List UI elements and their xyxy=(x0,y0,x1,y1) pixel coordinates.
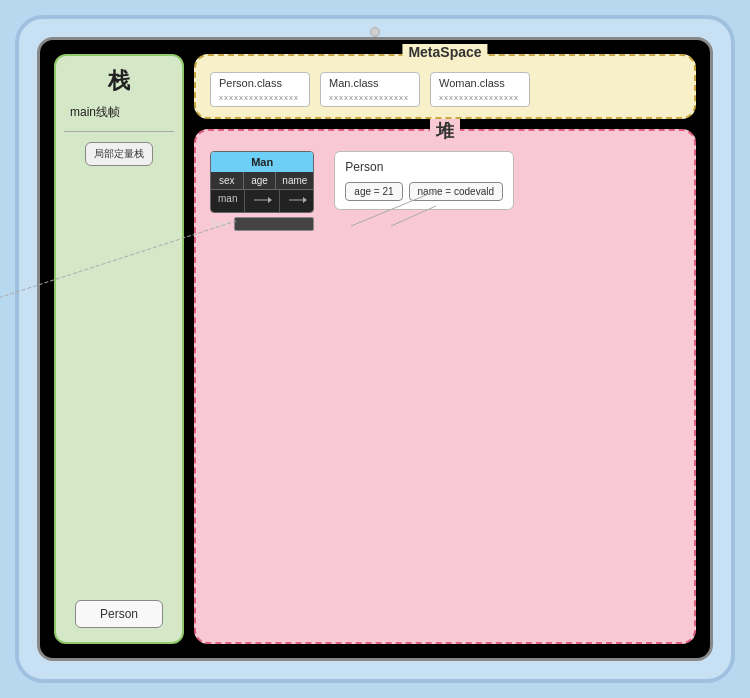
metaspace-content: Person.class xxxxxxxxxxxxxxxx Man.class … xyxy=(210,72,680,107)
right-area: MetaSpace Person.class xxxxxxxxxxxxxxxx … xyxy=(194,54,696,644)
cell-name xyxy=(280,190,313,212)
text-box xyxy=(234,217,314,231)
age-arrow-icon xyxy=(252,193,272,207)
metaspace-title: MetaSpace xyxy=(402,44,487,60)
cell-age xyxy=(245,190,279,212)
svg-marker-1 xyxy=(268,197,272,203)
metaspace-panel: MetaSpace Person.class xxxxxxxxxxxxxxxx … xyxy=(194,54,696,119)
person-class-title: Person.class xyxy=(219,77,301,89)
man-class-title: Man.class xyxy=(329,77,411,89)
heap-content: Man sex age name man xyxy=(210,151,680,642)
text-row: Text xyxy=(210,217,314,231)
heap-title: 堆 xyxy=(430,119,460,143)
woman-class-dots: xxxxxxxxxxxxxxxx xyxy=(439,93,521,102)
man-class-dots: xxxxxxxxxxxxxxxx xyxy=(329,93,411,102)
stack-panel: 栈 main线帧 局部定量栈 Person xyxy=(54,54,184,644)
cell-sex: man xyxy=(211,190,245,212)
stack-person-box: Person xyxy=(75,600,163,628)
person-object-title: Person xyxy=(345,160,503,174)
man-class-box: Man.class xxxxxxxxxxxxxxxx xyxy=(320,72,420,107)
col-age: age xyxy=(244,172,277,189)
man-table-header: Man xyxy=(211,152,313,172)
name-arrow-icon xyxy=(287,193,307,207)
person-object-fields: age = 21 name = codevald xyxy=(345,182,503,201)
man-table-container: Man sex age name man xyxy=(210,151,314,642)
stack-local-var: 局部定量栈 xyxy=(85,142,153,166)
inner-screen: 栈 main线帧 局部定量栈 Person MetaSpace Person.c… xyxy=(37,37,713,661)
tablet: 栈 main线帧 局部定量栈 Person MetaSpace Person.c… xyxy=(15,15,735,683)
heap-panel: 堆 Man sex age name man xyxy=(194,129,696,644)
man-table: Man sex age name man xyxy=(210,151,314,213)
stack-thread-label: main线帧 xyxy=(70,104,120,121)
woman-class-box: Woman.class xxxxxxxxxxxxxxxx xyxy=(430,72,530,107)
svg-marker-3 xyxy=(303,197,307,203)
col-name: name xyxy=(276,172,313,189)
stack-divider xyxy=(64,131,174,132)
col-sex: sex xyxy=(211,172,244,189)
person-field-age: age = 21 xyxy=(345,182,402,201)
person-class-dots: xxxxxxxxxxxxxxxx xyxy=(219,93,301,102)
man-table-columns: sex age name xyxy=(211,172,313,190)
tablet-home-button[interactable] xyxy=(370,27,380,37)
stack-title: 栈 xyxy=(108,66,130,96)
text-label: Text xyxy=(210,219,228,230)
man-table-row: man xyxy=(211,190,313,212)
person-class-box: Person.class xxxxxxxxxxxxxxxx xyxy=(210,72,310,107)
person-field-name: name = codevald xyxy=(409,182,503,201)
woman-class-title: Woman.class xyxy=(439,77,521,89)
person-object: Person age = 21 name = codevald xyxy=(334,151,514,210)
